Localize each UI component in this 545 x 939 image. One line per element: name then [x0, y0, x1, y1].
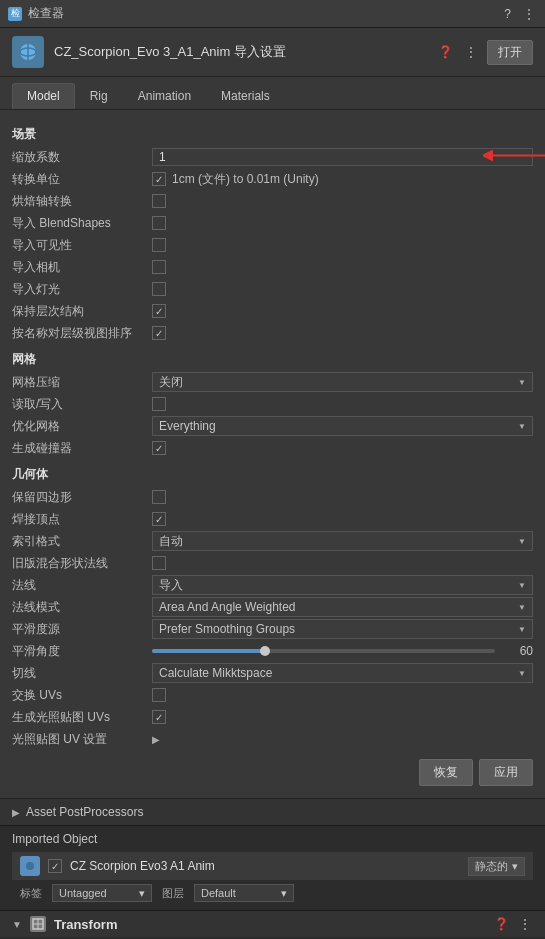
mesh-compression-dropdown[interactable]: 关闭 ▼	[152, 372, 533, 392]
convert-units-value: 1cm (文件) to 0.01m (Unity)	[152, 171, 533, 188]
asset-postprocessors-section: ▶ Asset PostProcessors	[0, 798, 545, 825]
scale-factor-label: 缩放系数	[12, 149, 152, 166]
smoothing-angle-fill	[152, 649, 265, 653]
smoothness-source-dropdown[interactable]: Prefer Smoothing Groups ▼	[152, 619, 533, 639]
apply-button[interactable]: 应用	[479, 759, 533, 786]
normals-mode-dropdown[interactable]: Area And Angle Weighted ▼	[152, 597, 533, 617]
legacy-blendshape-checkbox[interactable]	[152, 556, 166, 570]
normals-mode-arrow: ▼	[518, 603, 526, 612]
smoothness-source-arrow: ▼	[518, 625, 526, 634]
sort-hierarchy-checkbox[interactable]	[152, 326, 166, 340]
field-smoothing-angle: 平滑角度 60	[12, 641, 533, 661]
tab-materials[interactable]: Materials	[206, 83, 285, 109]
field-smoothness-source: 平滑度源 Prefer Smoothing Groups ▼	[12, 619, 533, 639]
asset-postprocessors-label: Asset PostProcessors	[26, 805, 143, 819]
asset-postprocessors-header[interactable]: ▶ Asset PostProcessors	[12, 805, 533, 819]
transform-help-button[interactable]: ❓	[492, 917, 511, 931]
smoothing-angle-value: 60	[503, 644, 533, 658]
imported-object-header: Imported Object	[12, 832, 533, 846]
transform-icon	[30, 916, 46, 932]
scale-factor-value	[152, 148, 533, 166]
import-cameras-label: 导入相机	[12, 259, 152, 276]
object-row: CZ Scorpion Evo3 A1 Anim 静态的 ▾	[12, 852, 533, 880]
lightmap-uv-collapse-arrow[interactable]: ▶	[152, 734, 160, 745]
smoothing-angle-track	[152, 649, 495, 653]
preserve-hierarchy-checkbox[interactable]	[152, 304, 166, 318]
tangents-label: 切线	[12, 665, 152, 682]
import-visibility-checkbox[interactable]	[152, 238, 166, 252]
asset-postprocessors-arrow: ▶	[12, 807, 20, 818]
import-lights-label: 导入灯光	[12, 281, 152, 298]
header-menu-button[interactable]: ⋮	[463, 45, 479, 59]
field-import-blendshapes: 导入 BlendShapes	[12, 213, 533, 233]
import-blendshapes-checkbox[interactable]	[152, 216, 166, 230]
scene-section-header: 场景	[12, 126, 533, 143]
tab-animation[interactable]: Animation	[123, 83, 206, 109]
title-bar-right: ? ⋮	[502, 7, 537, 21]
read-write-checkbox[interactable]	[152, 397, 166, 411]
field-keep-quads: 保留四边形	[12, 487, 533, 507]
layer-dropdown[interactable]: Default ▾	[194, 884, 294, 902]
imported-object-section: Imported Object CZ Scorpion Evo3 A1 Anim…	[0, 825, 545, 910]
field-read-write: 读取/写入	[12, 394, 533, 414]
transform-header[interactable]: ▼ Transform ❓ ⋮	[0, 911, 545, 937]
transform-menu-button[interactable]: ⋮	[517, 917, 533, 931]
bake-axis-checkbox[interactable]	[152, 194, 166, 208]
swap-uvs-checkbox[interactable]	[152, 688, 166, 702]
field-lightmap-uv-settings: 光照贴图 UV 设置 ▶	[12, 729, 533, 749]
object-icon	[20, 856, 40, 876]
field-convert-units: 转换单位 1cm (文件) to 0.01m (Unity)	[12, 169, 533, 189]
field-sort-hierarchy: 按名称对层级视图排序	[12, 323, 533, 343]
smoothness-source-label: 平滑度源	[12, 621, 152, 638]
open-button[interactable]: 打开	[487, 40, 533, 65]
normals-mode-label: 法线模式	[12, 599, 152, 616]
preserve-hierarchy-label: 保持层次结构	[12, 303, 152, 320]
title-help-button[interactable]: ?	[502, 7, 513, 21]
title-bar: 检 检查器 ? ⋮	[0, 0, 545, 28]
restore-button[interactable]: 恢复	[419, 759, 473, 786]
field-swap-uvs: 交换 UVs	[12, 685, 533, 705]
index-format-label: 索引格式	[12, 533, 152, 550]
mesh-compression-label: 网格压缩	[12, 374, 152, 391]
geometry-section-header: 几何体	[12, 466, 533, 483]
tag-label: 标签	[20, 886, 42, 901]
header-actions: ❓ ⋮ 打开	[436, 40, 533, 65]
convert-units-checkbox[interactable]	[152, 172, 166, 186]
field-normals: 法线 导入 ▼	[12, 575, 533, 595]
field-mesh-compression: 网格压缩 关闭 ▼	[12, 372, 533, 392]
optimize-mesh-dropdown[interactable]: Everything ▼	[152, 416, 533, 436]
header-help-button[interactable]: ❓	[436, 45, 455, 59]
keep-quads-checkbox[interactable]	[152, 490, 166, 504]
legacy-blendshape-label: 旧版混合形状法线	[12, 555, 152, 572]
header: CZ_Scorpion_Evo 3_A1_Anim 导入设置 ❓ ⋮ 打开	[0, 28, 545, 77]
tangents-dropdown[interactable]: Calculate Mikktspace ▼	[152, 663, 533, 683]
normals-dropdown[interactable]: 导入 ▼	[152, 575, 533, 595]
tabs-bar: Model Rig Animation Materials	[0, 77, 545, 110]
import-cameras-checkbox[interactable]	[152, 260, 166, 274]
scale-factor-input[interactable]	[152, 148, 533, 166]
tab-rig[interactable]: Rig	[75, 83, 123, 109]
field-legacy-blendshape-normals: 旧版混合形状法线	[12, 553, 533, 573]
generate-lightmap-uvs-checkbox[interactable]	[152, 710, 166, 724]
field-generate-lightmap-uvs: 生成光照贴图 UVs	[12, 707, 533, 727]
import-lights-checkbox[interactable]	[152, 282, 166, 296]
weld-vertices-checkbox[interactable]	[152, 512, 166, 526]
smoothing-angle-slider-container: 60	[152, 644, 533, 658]
field-index-format: 索引格式 自动 ▼	[12, 531, 533, 551]
field-scale-factor: 缩放系数	[12, 147, 533, 167]
title-menu-button[interactable]: ⋮	[521, 7, 537, 21]
tags-row: 标签 Untagged ▾ 图层 Default ▾	[12, 882, 533, 904]
index-format-arrow: ▼	[518, 537, 526, 546]
generate-colliders-checkbox[interactable]	[152, 441, 166, 455]
index-format-dropdown[interactable]: 自动 ▼	[152, 531, 533, 551]
object-active-checkbox[interactable]	[48, 859, 62, 873]
smoothing-angle-thumb[interactable]	[260, 646, 270, 656]
tag-dropdown[interactable]: Untagged ▾	[52, 884, 152, 902]
object-name: CZ Scorpion Evo3 A1 Anim	[70, 859, 460, 873]
asset-icon	[12, 36, 44, 68]
sort-hierarchy-label: 按名称对层级视图排序	[12, 325, 152, 342]
static-badge[interactable]: 静态的 ▾	[468, 857, 525, 876]
generate-lightmap-uvs-label: 生成光照贴图 UVs	[12, 709, 152, 726]
transform-section: ▼ Transform ❓ ⋮ 位置 X Y	[0, 910, 545, 939]
tab-model[interactable]: Model	[12, 83, 75, 109]
